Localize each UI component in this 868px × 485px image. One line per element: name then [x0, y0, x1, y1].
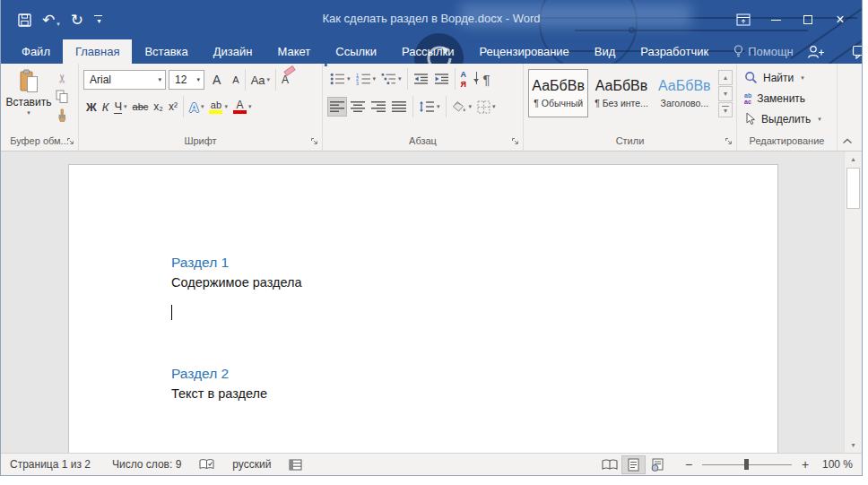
borders-arrow[interactable]: ▾: [492, 103, 496, 110]
close-button[interactable]: ×: [824, 5, 856, 34]
underline-button[interactable]: Ч ▾: [111, 96, 129, 117]
minimize-button[interactable]: [760, 5, 792, 34]
shading-button[interactable]: ▾: [449, 96, 475, 117]
text-effects-arrow[interactable]: ▾: [201, 103, 204, 110]
print-layout-button[interactable]: [621, 455, 646, 474]
tab-references[interactable]: Ссылки: [323, 39, 389, 64]
shading-arrow[interactable]: ▾: [469, 103, 473, 110]
read-mode-button[interactable]: [597, 455, 621, 474]
web-layout-button[interactable]: [646, 455, 670, 474]
page-indicator[interactable]: Страница 1 из 2: [10, 458, 91, 471]
text-effects-button[interactable]: A ▾: [187, 96, 206, 117]
font-size-combobox[interactable]: 12 ▾: [169, 70, 204, 90]
select-arrow[interactable]: ▾: [818, 116, 821, 123]
styles-scroll-down-button[interactable]: ▾: [718, 86, 733, 101]
style-no-spacing[interactable]: АаБбВв ¶ Без инте...: [591, 69, 651, 117]
undo-button[interactable]: ↶ ▾: [42, 13, 60, 28]
multilevel-arrow[interactable]: ▾: [398, 75, 402, 82]
macro-recording-button[interactable]: [289, 459, 302, 471]
paste-button[interactable]: Вставить ▾: [5, 67, 52, 134]
tab-design[interactable]: Дизайн: [201, 39, 265, 64]
tab-home[interactable]: Главная: [63, 39, 132, 64]
subscript-button[interactable]: x₂: [151, 96, 166, 117]
vertical-scrollbar[interactable]: ▴ ▾: [844, 152, 862, 453]
bullets-arrow[interactable]: ▾: [347, 75, 351, 82]
comments-button[interactable]: [852, 45, 862, 59]
align-left-button[interactable]: [327, 97, 347, 117]
italic-button[interactable]: К: [100, 96, 112, 117]
find-button[interactable]: Найти ▾: [744, 69, 837, 86]
underline-arrow[interactable]: ▾: [124, 103, 127, 110]
font-color-arrow[interactable]: ▾: [248, 103, 252, 110]
styles-gallery-more-button[interactable]: ▾: [718, 102, 733, 117]
maximize-button[interactable]: [792, 5, 824, 34]
sort-button[interactable]: А Я: [458, 68, 481, 90]
bullets-button[interactable]: ▾: [327, 68, 353, 90]
styles-dialog-launcher[interactable]: [725, 137, 733, 146]
clipboard-dialog-launcher[interactable]: [66, 137, 75, 146]
justify-button[interactable]: [389, 97, 409, 117]
show-formatting-marks-button[interactable]: ¶: [481, 68, 493, 90]
ribbon-display-options-button[interactable]: [727, 5, 760, 34]
document-page[interactable]: Раздел 1 Содержимое раздела Раздел 2 Тек…: [68, 164, 778, 453]
bold-button[interactable]: Ж: [83, 96, 100, 117]
scrollbar-thumb[interactable]: [846, 168, 860, 209]
tab-insert[interactable]: Вставка: [132, 39, 200, 64]
tab-review[interactable]: Рецензирование: [466, 39, 581, 64]
clear-formatting-button[interactable]: A: [279, 69, 291, 91]
cut-button[interactable]: ✂: [52, 70, 72, 86]
zoom-in-button[interactable]: +: [799, 457, 812, 472]
style-heading1[interactable]: АаБбВв Заголово...: [655, 69, 715, 117]
shrink-font-button[interactable]: A▾: [230, 69, 241, 91]
paste-dropdown-arrow[interactable]: ▾: [27, 109, 30, 117]
copy-button[interactable]: [52, 89, 72, 105]
zoom-slider[interactable]: [702, 464, 792, 465]
align-center-button[interactable]: [348, 97, 368, 117]
font-size-dropdown-arrow[interactable]: ▾: [196, 76, 200, 83]
select-button[interactable]: Выделить ▾: [744, 110, 837, 127]
tab-file[interactable]: Файл: [9, 39, 63, 64]
tab-tell-me[interactable]: Помощн: [721, 39, 806, 64]
change-case-button[interactable]: Aa ▾: [248, 69, 273, 91]
multilevel-list-button[interactable]: ▾: [378, 68, 404, 90]
styles-scroll-up-button[interactable]: ▴: [718, 70, 733, 85]
scrollbar-down-button[interactable]: ▾: [845, 437, 862, 453]
proofing-status-button[interactable]: [199, 458, 214, 471]
font-dialog-launcher[interactable]: [310, 137, 319, 146]
redo-button[interactable]: ↻: [71, 13, 83, 28]
strikethrough-button[interactable]: abc: [130, 96, 152, 117]
zoom-slider-thumb[interactable]: [744, 459, 749, 470]
line-spacing-arrow[interactable]: ▾: [437, 103, 440, 110]
highlight-color-button[interactable]: ab ▾: [206, 96, 230, 117]
format-painter-button[interactable]: [52, 108, 72, 124]
font-name-combobox[interactable]: Arial ▾: [83, 70, 166, 90]
font-name-dropdown-arrow[interactable]: ▾: [158, 76, 161, 83]
line-spacing-button[interactable]: ▾: [416, 96, 443, 117]
superscript-button[interactable]: x²: [166, 96, 180, 117]
style-normal[interactable]: АаБбВв ¶ Обычный: [528, 69, 588, 117]
language-indicator[interactable]: русский: [232, 458, 271, 471]
decrease-indent-button[interactable]: [411, 68, 431, 90]
numbering-arrow[interactable]: ▾: [373, 75, 377, 82]
tab-layout[interactable]: Макет: [265, 39, 323, 64]
replace-button[interactable]: ab ac Заменить: [744, 90, 837, 107]
scrollbar-up-button[interactable]: ▴: [845, 152, 862, 167]
numbering-button[interactable]: 1 2 3 ▾: [353, 68, 379, 90]
customize-qat-button[interactable]: ▾: [94, 15, 102, 24]
borders-button[interactable]: ▾: [474, 96, 499, 117]
collapse-ribbon-button[interactable]: [842, 138, 853, 144]
zoom-out-button[interactable]: −: [682, 457, 695, 472]
highlight-arrow[interactable]: ▾: [224, 103, 228, 110]
find-arrow[interactable]: ▾: [801, 74, 804, 82]
word-count[interactable]: Число слов: 9: [112, 458, 181, 471]
grow-font-button[interactable]: A▴: [210, 69, 223, 91]
save-button[interactable]: [18, 13, 31, 27]
paragraph-dialog-launcher[interactable]: [511, 137, 520, 146]
increase-indent-button[interactable]: [431, 68, 452, 90]
share-signin-button[interactable]: [806, 45, 825, 59]
tab-view[interactable]: Вид: [582, 39, 629, 64]
tab-mailings[interactable]: Рассылки: [389, 39, 466, 64]
zoom-level[interactable]: 100 %: [812, 458, 853, 471]
font-color-button[interactable]: А ▾: [230, 96, 255, 117]
tab-developer[interactable]: Разработчик: [628, 39, 721, 64]
